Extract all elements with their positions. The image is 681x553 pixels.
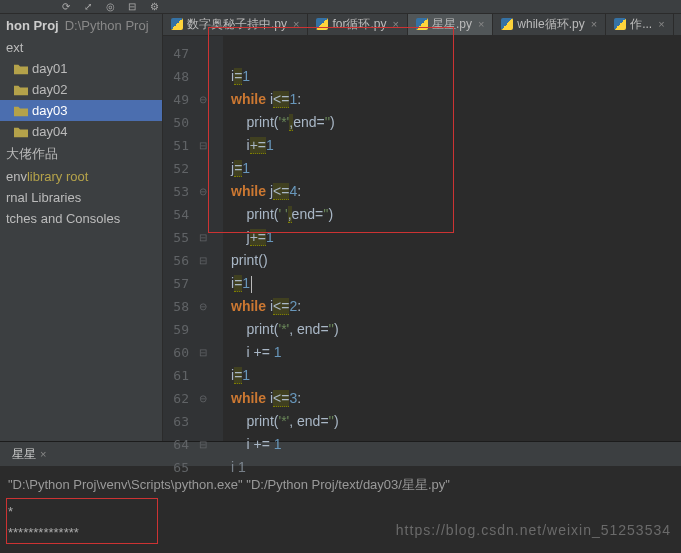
close-icon[interactable]: × [478, 18, 484, 30]
run-tab-label: 星星 [12, 446, 36, 463]
line-number: 63 [163, 414, 193, 429]
project-tree: extday01day02day03day04大佬作品env library r… [0, 37, 162, 229]
fold-icon[interactable]: ⊖ [193, 186, 213, 197]
code-line[interactable]: print('*', end='') [223, 410, 681, 433]
console-output-line: ************** [8, 525, 673, 540]
code-line[interactable]: i+=1 [223, 134, 681, 157]
top-toolbar: ⟳ ⤢ ◎ ⊟ ⚙ [0, 0, 681, 14]
code-line[interactable]: while i<=1: [223, 88, 681, 111]
code-line[interactable]: i=1 [223, 65, 681, 88]
line-number: 53 [163, 184, 193, 199]
tree-item[interactable]: rnal Libraries [0, 187, 162, 208]
python-icon [316, 18, 328, 30]
line-number: 56 [163, 253, 193, 268]
editor-tab[interactable]: 作...× [606, 14, 673, 35]
code-line[interactable]: i += 1 [223, 433, 681, 456]
project-root-path: D:\Python Proj [65, 18, 149, 33]
project-panel: hon Proj D:\Python Proj extday01day02day… [0, 14, 163, 441]
line-number: 64 [163, 437, 193, 452]
line-number: 61 [163, 368, 193, 383]
code-line[interactable] [223, 42, 681, 65]
console-command: "D:\Python Proj\venv\Scripts\python.exe"… [8, 476, 673, 494]
close-icon[interactable]: × [392, 18, 398, 30]
line-number: 48 [163, 69, 193, 84]
line-number: 55 [163, 230, 193, 245]
code-line[interactable]: i += 1 [223, 341, 681, 364]
fold-icon[interactable]: ⊟ [193, 232, 213, 243]
line-number: 58 [163, 299, 193, 314]
line-number: 54 [163, 207, 193, 222]
close-icon[interactable]: × [658, 18, 664, 30]
code-line[interactable]: print() [223, 249, 681, 272]
line-number: 50 [163, 115, 193, 130]
project-root-name: hon Proj [6, 18, 59, 33]
code-line[interactable]: i=1 [223, 364, 681, 387]
fold-icon[interactable]: ⊟ [193, 140, 213, 151]
code-text[interactable]: i=1while i<=1: print('*',end='') i+=1j=1… [223, 36, 681, 441]
editor-tab[interactable]: for循环.py× [308, 14, 407, 35]
expand-icon[interactable]: ⤢ [82, 1, 94, 13]
project-header[interactable]: hon Proj D:\Python Proj [0, 14, 162, 37]
code-line[interactable]: while i<=3: [223, 387, 681, 410]
code-line[interactable]: print('*', end='') [223, 318, 681, 341]
fold-icon[interactable]: ⊟ [193, 347, 213, 358]
console-output-line: * [8, 504, 673, 519]
tree-item[interactable]: day01 [0, 58, 162, 79]
line-number: 62 [163, 391, 193, 406]
close-icon[interactable]: × [40, 448, 46, 460]
collapse-icon[interactable]: ⊟ [126, 1, 138, 13]
editor-tab[interactable]: 星星.py× [408, 14, 493, 35]
fold-icon[interactable]: ⊖ [193, 393, 213, 404]
tree-item[interactable]: tches and Consoles [0, 208, 162, 229]
tree-item[interactable]: ext [0, 37, 162, 58]
python-icon [501, 18, 513, 30]
settings-icon[interactable]: ⚙ [148, 1, 160, 13]
code-line[interactable]: while i<=2: [223, 295, 681, 318]
line-number: 59 [163, 322, 193, 337]
main-row: hon Proj D:\Python Proj extday01day02day… [0, 14, 681, 441]
tree-item[interactable]: day02 [0, 79, 162, 100]
tree-item[interactable]: day03 [0, 100, 162, 121]
tree-item[interactable]: 大佬作品 [0, 142, 162, 166]
fold-icon[interactable]: ⊟ [193, 439, 213, 450]
python-icon [171, 18, 183, 30]
fold-icon[interactable]: ⊖ [193, 301, 213, 312]
code-line[interactable]: j=1 [223, 157, 681, 180]
line-number: 52 [163, 161, 193, 176]
line-number: 49 [163, 92, 193, 107]
code-line[interactable]: print(' ',end='') [223, 203, 681, 226]
python-icon [416, 18, 428, 30]
gutter: 474849⊖5051⊟5253⊖5455⊟56⊟5758⊖5960⊟6162⊖… [163, 36, 223, 441]
refresh-icon[interactable]: ⟳ [60, 1, 72, 13]
line-number: 60 [163, 345, 193, 360]
line-number: 57 [163, 276, 193, 291]
editor-tab[interactable]: 数字奥秘子持中.py× [163, 14, 308, 35]
tree-item[interactable]: day04 [0, 121, 162, 142]
fold-icon[interactable]: ⊖ [193, 94, 213, 105]
console[interactable]: "D:\Python Proj\venv\Scripts\python.exe"… [0, 466, 681, 550]
tree-item[interactable]: env library root [0, 166, 162, 187]
close-icon[interactable]: × [591, 18, 597, 30]
editor-tabs: 数字奥秘子持中.py×for循环.py×星星.py×while循环.py×作..… [163, 14, 681, 36]
code-area: 474849⊖5051⊟5253⊖5455⊟56⊟5758⊖5960⊟6162⊖… [163, 36, 681, 441]
code-line[interactable]: j+=1 [223, 226, 681, 249]
code-line[interactable]: print('*',end='') [223, 111, 681, 134]
editor-tab[interactable]: while循环.py× [493, 14, 606, 35]
python-icon [614, 18, 626, 30]
run-tab[interactable]: 星星 × [6, 444, 52, 465]
code-line[interactable]: while j<=4: [223, 180, 681, 203]
close-icon[interactable]: × [293, 18, 299, 30]
code-line[interactable]: i=1 [223, 272, 681, 295]
target-icon[interactable]: ◎ [104, 1, 116, 13]
fold-icon[interactable]: ⊟ [193, 255, 213, 266]
line-number: 51 [163, 138, 193, 153]
editor-area: 数字奥秘子持中.py×for循环.py×星星.py×while循环.py×作..… [163, 14, 681, 441]
line-number: 47 [163, 46, 193, 61]
